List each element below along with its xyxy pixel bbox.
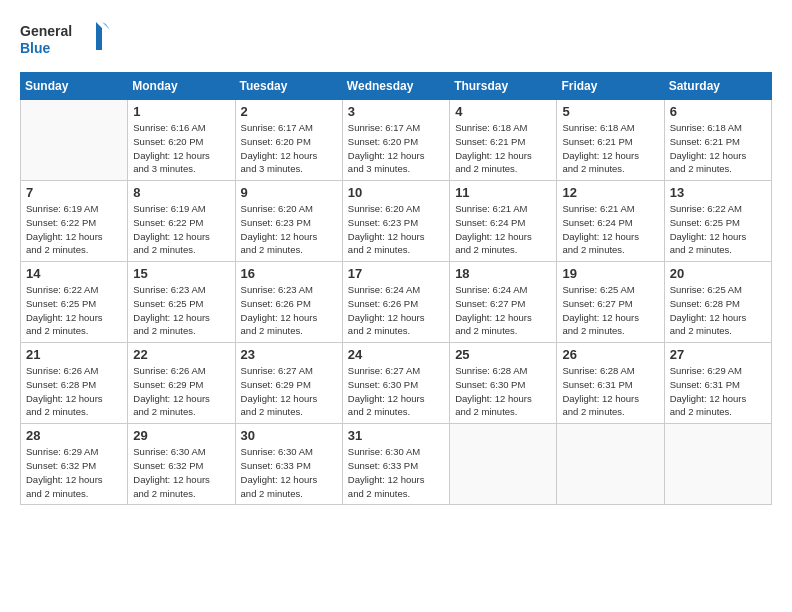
day-info: Sunrise: 6:28 AMSunset: 6:31 PMDaylight:… — [562, 364, 658, 419]
day-info: Sunrise: 6:29 AMSunset: 6:31 PMDaylight:… — [670, 364, 766, 419]
day-info: Sunrise: 6:18 AMSunset: 6:21 PMDaylight:… — [670, 121, 766, 176]
day-info: Sunrise: 6:25 AMSunset: 6:28 PMDaylight:… — [670, 283, 766, 338]
day-number: 2 — [241, 104, 337, 119]
calendar-cell: 12Sunrise: 6:21 AMSunset: 6:24 PMDayligh… — [557, 181, 664, 262]
day-info: Sunrise: 6:17 AMSunset: 6:20 PMDaylight:… — [241, 121, 337, 176]
day-info: Sunrise: 6:30 AMSunset: 6:33 PMDaylight:… — [241, 445, 337, 500]
day-info: Sunrise: 6:23 AMSunset: 6:26 PMDaylight:… — [241, 283, 337, 338]
day-number: 25 — [455, 347, 551, 362]
day-number: 8 — [133, 185, 229, 200]
column-header-monday: Monday — [128, 73, 235, 100]
day-info: Sunrise: 6:30 AMSunset: 6:32 PMDaylight:… — [133, 445, 229, 500]
column-header-thursday: Thursday — [450, 73, 557, 100]
svg-text:General: General — [20, 23, 72, 39]
calendar-cell: 31Sunrise: 6:30 AMSunset: 6:33 PMDayligh… — [342, 424, 449, 505]
calendar-cell: 21Sunrise: 6:26 AMSunset: 6:28 PMDayligh… — [21, 343, 128, 424]
day-info: Sunrise: 6:29 AMSunset: 6:32 PMDaylight:… — [26, 445, 122, 500]
day-number: 24 — [348, 347, 444, 362]
svg-marker-3 — [102, 22, 110, 30]
calendar-cell: 28Sunrise: 6:29 AMSunset: 6:32 PMDayligh… — [21, 424, 128, 505]
day-info: Sunrise: 6:28 AMSunset: 6:30 PMDaylight:… — [455, 364, 551, 419]
day-number: 14 — [26, 266, 122, 281]
column-header-saturday: Saturday — [664, 73, 771, 100]
calendar-cell: 16Sunrise: 6:23 AMSunset: 6:26 PMDayligh… — [235, 262, 342, 343]
day-info: Sunrise: 6:27 AMSunset: 6:30 PMDaylight:… — [348, 364, 444, 419]
column-header-wednesday: Wednesday — [342, 73, 449, 100]
day-info: Sunrise: 6:23 AMSunset: 6:25 PMDaylight:… — [133, 283, 229, 338]
day-number: 1 — [133, 104, 229, 119]
day-info: Sunrise: 6:30 AMSunset: 6:33 PMDaylight:… — [348, 445, 444, 500]
calendar-table: SundayMondayTuesdayWednesdayThursdayFrid… — [20, 72, 772, 505]
day-number: 10 — [348, 185, 444, 200]
day-number: 20 — [670, 266, 766, 281]
day-number: 13 — [670, 185, 766, 200]
day-info: Sunrise: 6:18 AMSunset: 6:21 PMDaylight:… — [455, 121, 551, 176]
day-number: 22 — [133, 347, 229, 362]
calendar-cell: 13Sunrise: 6:22 AMSunset: 6:25 PMDayligh… — [664, 181, 771, 262]
day-info: Sunrise: 6:19 AMSunset: 6:22 PMDaylight:… — [26, 202, 122, 257]
day-number: 3 — [348, 104, 444, 119]
logo: General Blue — [20, 20, 110, 62]
day-number: 4 — [455, 104, 551, 119]
calendar-cell — [21, 100, 128, 181]
calendar-cell: 14Sunrise: 6:22 AMSunset: 6:25 PMDayligh… — [21, 262, 128, 343]
day-number: 28 — [26, 428, 122, 443]
calendar-cell: 9Sunrise: 6:20 AMSunset: 6:23 PMDaylight… — [235, 181, 342, 262]
day-number: 30 — [241, 428, 337, 443]
day-info: Sunrise: 6:22 AMSunset: 6:25 PMDaylight:… — [670, 202, 766, 257]
calendar-cell — [664, 424, 771, 505]
day-number: 12 — [562, 185, 658, 200]
calendar-week-row: 1Sunrise: 6:16 AMSunset: 6:20 PMDaylight… — [21, 100, 772, 181]
day-info: Sunrise: 6:25 AMSunset: 6:27 PMDaylight:… — [562, 283, 658, 338]
calendar-cell: 26Sunrise: 6:28 AMSunset: 6:31 PMDayligh… — [557, 343, 664, 424]
day-info: Sunrise: 6:24 AMSunset: 6:26 PMDaylight:… — [348, 283, 444, 338]
day-number: 9 — [241, 185, 337, 200]
column-header-friday: Friday — [557, 73, 664, 100]
calendar-cell: 22Sunrise: 6:26 AMSunset: 6:29 PMDayligh… — [128, 343, 235, 424]
day-number: 18 — [455, 266, 551, 281]
day-info: Sunrise: 6:21 AMSunset: 6:24 PMDaylight:… — [455, 202, 551, 257]
svg-text:Blue: Blue — [20, 40, 51, 56]
column-header-tuesday: Tuesday — [235, 73, 342, 100]
calendar-week-row: 21Sunrise: 6:26 AMSunset: 6:28 PMDayligh… — [21, 343, 772, 424]
calendar-cell: 2Sunrise: 6:17 AMSunset: 6:20 PMDaylight… — [235, 100, 342, 181]
calendar-week-row: 7Sunrise: 6:19 AMSunset: 6:22 PMDaylight… — [21, 181, 772, 262]
page-header: General Blue — [20, 20, 772, 62]
calendar-cell: 19Sunrise: 6:25 AMSunset: 6:27 PMDayligh… — [557, 262, 664, 343]
calendar-week-row: 28Sunrise: 6:29 AMSunset: 6:32 PMDayligh… — [21, 424, 772, 505]
calendar-cell: 30Sunrise: 6:30 AMSunset: 6:33 PMDayligh… — [235, 424, 342, 505]
day-info: Sunrise: 6:17 AMSunset: 6:20 PMDaylight:… — [348, 121, 444, 176]
calendar-cell: 5Sunrise: 6:18 AMSunset: 6:21 PMDaylight… — [557, 100, 664, 181]
day-info: Sunrise: 6:26 AMSunset: 6:29 PMDaylight:… — [133, 364, 229, 419]
calendar-cell: 3Sunrise: 6:17 AMSunset: 6:20 PMDaylight… — [342, 100, 449, 181]
day-number: 27 — [670, 347, 766, 362]
calendar-cell: 1Sunrise: 6:16 AMSunset: 6:20 PMDaylight… — [128, 100, 235, 181]
day-info: Sunrise: 6:20 AMSunset: 6:23 PMDaylight:… — [348, 202, 444, 257]
calendar-cell: 20Sunrise: 6:25 AMSunset: 6:28 PMDayligh… — [664, 262, 771, 343]
day-info: Sunrise: 6:20 AMSunset: 6:23 PMDaylight:… — [241, 202, 337, 257]
day-info: Sunrise: 6:22 AMSunset: 6:25 PMDaylight:… — [26, 283, 122, 338]
day-number: 17 — [348, 266, 444, 281]
day-number: 29 — [133, 428, 229, 443]
calendar-cell: 7Sunrise: 6:19 AMSunset: 6:22 PMDaylight… — [21, 181, 128, 262]
svg-marker-2 — [96, 22, 108, 50]
column-header-sunday: Sunday — [21, 73, 128, 100]
day-info: Sunrise: 6:21 AMSunset: 6:24 PMDaylight:… — [562, 202, 658, 257]
calendar-cell: 10Sunrise: 6:20 AMSunset: 6:23 PMDayligh… — [342, 181, 449, 262]
day-number: 7 — [26, 185, 122, 200]
calendar-cell: 25Sunrise: 6:28 AMSunset: 6:30 PMDayligh… — [450, 343, 557, 424]
day-number: 15 — [133, 266, 229, 281]
day-number: 16 — [241, 266, 337, 281]
calendar-cell: 23Sunrise: 6:27 AMSunset: 6:29 PMDayligh… — [235, 343, 342, 424]
day-info: Sunrise: 6:24 AMSunset: 6:27 PMDaylight:… — [455, 283, 551, 338]
day-number: 23 — [241, 347, 337, 362]
calendar-cell: 15Sunrise: 6:23 AMSunset: 6:25 PMDayligh… — [128, 262, 235, 343]
day-number: 5 — [562, 104, 658, 119]
calendar-cell: 6Sunrise: 6:18 AMSunset: 6:21 PMDaylight… — [664, 100, 771, 181]
calendar-cell: 8Sunrise: 6:19 AMSunset: 6:22 PMDaylight… — [128, 181, 235, 262]
day-info: Sunrise: 6:27 AMSunset: 6:29 PMDaylight:… — [241, 364, 337, 419]
calendar-cell: 4Sunrise: 6:18 AMSunset: 6:21 PMDaylight… — [450, 100, 557, 181]
day-info: Sunrise: 6:26 AMSunset: 6:28 PMDaylight:… — [26, 364, 122, 419]
day-number: 26 — [562, 347, 658, 362]
day-number: 31 — [348, 428, 444, 443]
